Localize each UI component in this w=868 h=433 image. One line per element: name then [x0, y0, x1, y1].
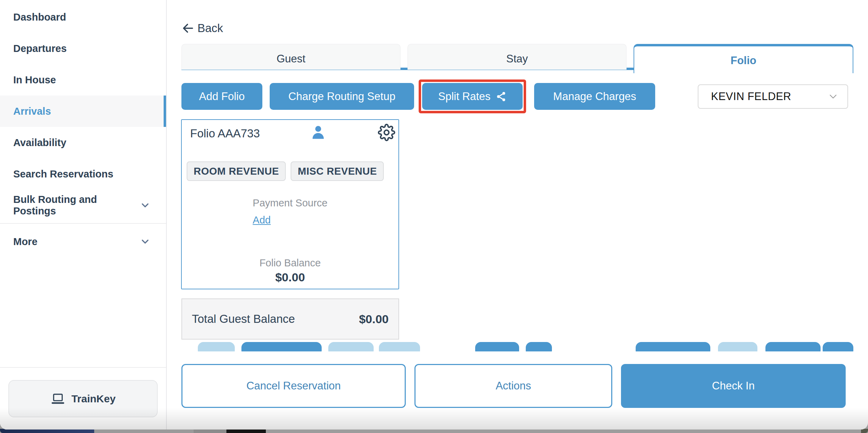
tab-label: Folio [731, 54, 756, 67]
sidebar-item-label: Bulk Routing and Postings [13, 194, 140, 217]
folio-card: Folio AAA733 ROOM REVENUE MISC REVENUE P… [181, 119, 399, 289]
laptop-icon [51, 392, 65, 406]
split-rates-highlight-box: Split Rates [419, 79, 526, 113]
sidebar-footer: TrainKey [0, 367, 166, 430]
folio-balance-label: Folio Balance [182, 257, 398, 269]
timeline-pill [823, 342, 853, 351]
sidebar: Dashboard Departures In House Arrivals A… [0, 0, 167, 430]
check-in-button[interactable]: Check In [621, 364, 846, 408]
guest-selector-dropdown[interactable]: KEVIN FELDER [698, 84, 848, 109]
folio-card-title: Folio AAA733 [190, 127, 260, 140]
app-window: Dashboard Departures In House Arrivals A… [0, 0, 868, 430]
timeline-pill [379, 342, 420, 351]
footer-actions: Cancel Reservation Actions Check In [181, 364, 846, 408]
timeline-pill [198, 342, 235, 351]
sidebar-item-label: Departures [13, 43, 67, 54]
back-arrow-icon [181, 22, 195, 35]
split-rates-button[interactable]: Split Rates [422, 83, 523, 110]
timeline-pill [636, 342, 710, 351]
room-revenue-badge: ROOM REVENUE [187, 161, 286, 181]
timeline-pill [475, 342, 519, 351]
sidebar-item-arrivals[interactable]: Arrivals [0, 96, 166, 127]
sidebar-item-in-house[interactable]: In House [0, 64, 166, 96]
sidebar-item-label: Availability [13, 137, 66, 149]
total-guest-balance-value: $0.00 [359, 312, 389, 326]
revenue-badges: ROOM REVENUE MISC REVENUE [187, 161, 384, 181]
actions-button[interactable]: Actions [414, 364, 612, 408]
timeline-pill [765, 342, 821, 351]
split-rates-label: Split Rates [438, 90, 491, 103]
charge-routing-setup-button[interactable]: Charge Routing Setup [270, 83, 414, 110]
timeline-pill [328, 342, 374, 351]
sidebar-item-label: Arrivals [13, 106, 51, 117]
sidebar-item-availability[interactable]: Availability [0, 127, 166, 158]
trainkey-label: TrainKey [72, 393, 116, 405]
payment-source-label: Payment Source [253, 197, 327, 209]
misc-revenue-badge: MISC REVENUE [291, 161, 384, 181]
sidebar-nav: Dashboard Departures In House Arrivals A… [0, 1, 166, 257]
back-button[interactable]: Back [181, 22, 223, 35]
sidebar-item-label: In House [13, 74, 56, 86]
back-label: Back [197, 22, 223, 35]
tab-stay[interactable]: Stay [407, 44, 627, 70]
timeline-pills [167, 342, 868, 351]
tab-guest[interactable]: Guest [181, 44, 401, 70]
share-icon [495, 91, 507, 102]
sidebar-item-label: Dashboard [13, 12, 66, 23]
tab-bar: Guest Stay Folio [181, 44, 853, 73]
tab-label: Guest [277, 53, 306, 65]
tab-label: Stay [506, 53, 528, 65]
sidebar-divider [0, 223, 166, 224]
sidebar-item-dashboard[interactable]: Dashboard [0, 1, 166, 33]
total-guest-balance-label: Total Guest Balance [192, 312, 295, 326]
folio-balance-value: $0.00 [182, 271, 398, 284]
cancel-reservation-button[interactable]: Cancel Reservation [181, 364, 406, 408]
main-content: Back Guest Stay Folio Add Folio Charge R… [167, 0, 868, 430]
timeline-pill [526, 342, 552, 351]
timeline-pill [241, 342, 322, 351]
sidebar-item-search-reservations[interactable]: Search Reservations [0, 158, 166, 190]
manage-charges-button[interactable]: Manage Charges [534, 83, 655, 110]
sidebar-item-more[interactable]: More [0, 226, 166, 257]
chevron-down-icon [140, 236, 151, 247]
add-payment-source-link[interactable]: Add [253, 214, 271, 226]
sidebar-item-departures[interactable]: Departures [0, 33, 166, 64]
sidebar-item-bulk-routing[interactable]: Bulk Routing and Postings [0, 190, 166, 221]
chevron-down-icon [140, 200, 151, 211]
sidebar-item-label: Search Reservations [13, 168, 113, 180]
guest-selector-value: KEVIN FELDER [711, 90, 827, 103]
timeline-pill [718, 342, 757, 351]
add-folio-button[interactable]: Add Folio [181, 83, 262, 110]
chevron-down-icon [827, 91, 839, 102]
total-guest-balance-box: Total Guest Balance $0.00 [181, 298, 399, 340]
payment-source-block: Payment Source Add [253, 197, 327, 226]
gear-icon[interactable] [378, 124, 395, 141]
sidebar-item-label: More [13, 236, 37, 248]
folio-toolbar: Add Folio Charge Routing Setup Split Rat… [181, 83, 853, 110]
guest-person-icon[interactable] [310, 124, 326, 140]
trainkey-button[interactable]: TrainKey [8, 380, 158, 417]
tab-folio[interactable]: Folio [634, 44, 853, 73]
